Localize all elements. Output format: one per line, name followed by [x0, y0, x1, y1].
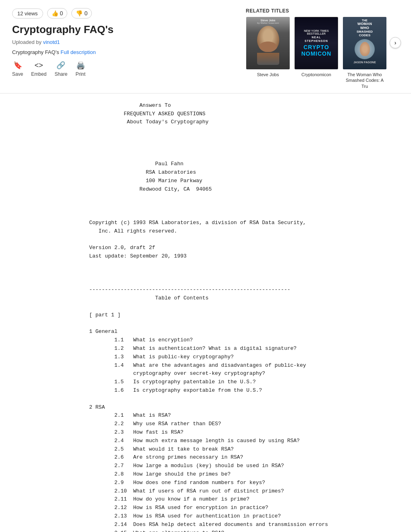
- related-label: RELATED TITLES: [246, 8, 399, 14]
- save-action[interactable]: 🔖 Save: [12, 61, 23, 77]
- views-badge: 12 views: [12, 8, 43, 19]
- action-bar: 🔖 Save <> Embed 🔗 Share 🖨️ Print: [12, 61, 230, 77]
- book-item-smashed-codes[interactable]: THE WOMANWHO SMASHEDCODES JASON FAGONE T…: [342, 17, 387, 89]
- header-section: 12 views 👍 0 👎 0 Cryptography FAQ's Uplo…: [0, 0, 411, 93]
- print-icon: 🖨️: [76, 61, 85, 70]
- chevron-right-icon: ›: [394, 39, 396, 46]
- book-cover-smashed-codes: THE WOMANWHO SMASHEDCODES JASON FAGONE: [343, 17, 386, 69]
- embed-icon: <>: [35, 61, 43, 70]
- downvote-button[interactable]: 👎 0: [71, 8, 92, 19]
- book-item-steve-jobs[interactable]: Steve Jobs by Walter Isaacson Steve Jobs: [246, 17, 290, 77]
- save-label: Save: [12, 71, 23, 77]
- book-cover-cryptonomicon: NEW YORK TIMES BESTSELLER NEAL STEPHENSO…: [295, 17, 338, 69]
- book-title-smashed-codes: The Woman Who Smashed Codes: A Tru: [342, 72, 387, 89]
- embed-action[interactable]: <> Embed: [31, 61, 46, 77]
- print-action[interactable]: 🖨️ Print: [75, 61, 85, 77]
- book-item-cryptonomicon[interactable]: NEW YORK TIMES BESTSELLER NEAL STEPHENSO…: [294, 17, 338, 77]
- bookmark-icon: 🔖: [13, 61, 22, 70]
- carousel-next-button[interactable]: ›: [390, 37, 401, 48]
- book-title-steve-jobs: Steve Jobs: [257, 72, 279, 77]
- print-label: Print: [75, 71, 85, 77]
- views-count: 12 views: [17, 10, 38, 17]
- related-books: Steve Jobs by Walter Isaacson Steve Jobs: [246, 17, 399, 89]
- uploaded-by: Uploaded by vinotd1: [12, 39, 230, 45]
- share-icon: 🔗: [56, 61, 65, 70]
- share-action[interactable]: 🔗 Share: [54, 61, 67, 77]
- right-panel: RELATED TITLES Steve Jobs by Walter Isaa…: [246, 8, 399, 89]
- related-section: RELATED TITLES Steve Jobs by Walter Isaa…: [246, 8, 399, 89]
- document-content: Answers To FREQUENTLY ASKED QUESTIONS Ab…: [0, 94, 411, 532]
- document-text: Answers To FREQUENTLY ASKED QUESTIONS Ab…: [77, 102, 399, 532]
- description: Cryptography FAQ's Full description: [12, 49, 230, 55]
- full-description-link[interactable]: Full description: [60, 49, 95, 55]
- upvote-count: 0: [60, 10, 63, 17]
- thumbs-down-icon: 👎: [76, 10, 83, 17]
- book-title-cryptonomicon: Cryptonomicon: [301, 72, 331, 77]
- thumbs-up-icon: 👍: [52, 10, 58, 17]
- downvote-count: 0: [84, 10, 87, 17]
- page-wrapper: 12 views 👍 0 👎 0 Cryptography FAQ's Uplo…: [0, 0, 411, 532]
- share-label: Share: [54, 71, 67, 77]
- author-link[interactable]: vinotd1: [43, 39, 60, 45]
- meta-row: 12 views 👍 0 👎 0: [12, 8, 230, 19]
- embed-label: Embed: [31, 71, 46, 77]
- document-title: Cryptography FAQ's: [12, 23, 230, 36]
- upvote-button[interactable]: 👍 0: [47, 8, 68, 19]
- book-cover-steve-jobs: Steve Jobs by Walter Isaacson: [246, 17, 290, 69]
- left-panel: 12 views 👍 0 👎 0 Cryptography FAQ's Uplo…: [12, 8, 230, 89]
